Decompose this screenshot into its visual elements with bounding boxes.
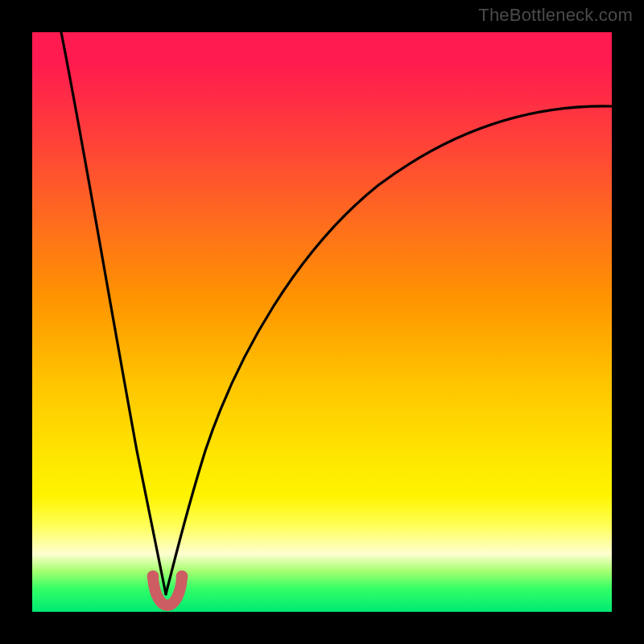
chart-frame: TheBottleneck.com: [0, 0, 644, 644]
curve-right-branch: [166, 106, 612, 594]
plot-area: [32, 32, 612, 612]
curve-left-branch: [61, 32, 166, 594]
optimal-marker-dot-right: [176, 571, 188, 583]
curve-layer: [32, 32, 612, 612]
optimal-marker-dot-left: [147, 571, 159, 583]
watermark-text: TheBottleneck.com: [478, 5, 633, 26]
